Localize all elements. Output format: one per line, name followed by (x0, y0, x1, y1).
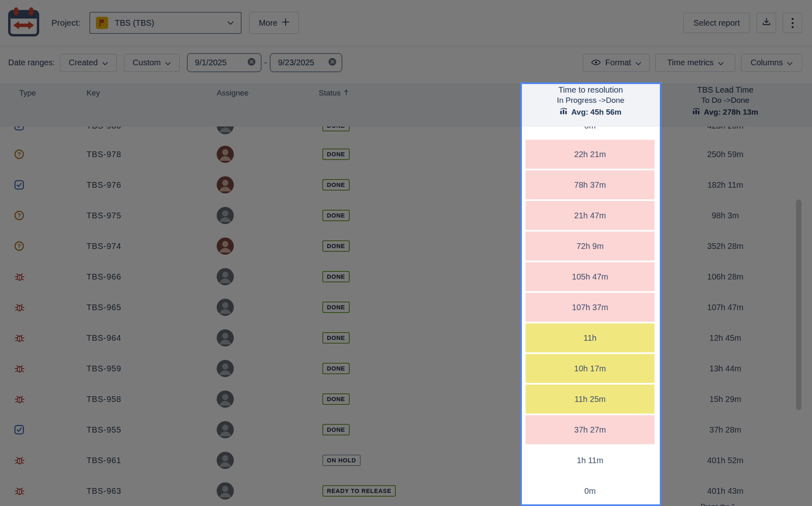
assignee-avatar-person-icon (217, 391, 234, 408)
column-subtitle: In Progress ->Done (521, 96, 660, 105)
assignee-avatar-person-icon (217, 268, 234, 285)
partial-tooltip-text: Press the "... (701, 503, 740, 506)
vertical-scrollbar-thumb[interactable] (796, 200, 801, 410)
bar-chart-trend-icon (692, 108, 700, 117)
table-row[interactable]: ? TBS-975 DONE 21h 47m 98h 3m (0, 200, 812, 231)
table-header: Type Key Assignee Status Time to resolut… (0, 83, 812, 126)
lead-time-column-header[interactable]: TBS Lead Time To Do ->Done Avg: 278h 13m (656, 85, 795, 117)
issue-key: TBS-976 (87, 180, 121, 189)
time-to-resolution-value: 107h 37m (572, 302, 608, 311)
issue-key: TBS-966 (87, 272, 121, 281)
time-to-resolution-cell: 1h 11m (526, 446, 654, 475)
issue-key: TBS-975 (87, 211, 121, 220)
table-row[interactable]: ? TBS-974 DONE 72h 9m 352h 28m (0, 231, 812, 261)
issue-key: TBS-965 (87, 302, 121, 312)
status-badge: ON HOLD (322, 455, 361, 466)
status-badge: DONE (322, 149, 350, 160)
lead-time-value: 37h 28m (656, 425, 795, 434)
status-badge: DONE (322, 210, 350, 221)
column-header-status[interactable]: Status (319, 89, 348, 98)
svg-text:?: ? (18, 151, 21, 157)
assignee-avatar-person-icon (217, 329, 234, 346)
table-row[interactable]: TBS-964 DONE 11h 12h 45m (0, 322, 812, 353)
time-to-resolution-cell: 11h (526, 323, 654, 352)
time-to-resolution-cell: 107h 37m (526, 293, 654, 322)
issue-key: TBS-958 (87, 394, 121, 404)
assignee-avatar-person-icon (217, 482, 234, 499)
status-header-label: Status (319, 89, 341, 98)
column-header-assignee[interactable]: Assignee (217, 89, 248, 98)
assignee-avatar-person-icon (217, 146, 234, 163)
status-badge: DONE (322, 363, 350, 374)
assignee-avatar-person-icon (217, 207, 234, 224)
time-to-resolution-value: 0m (584, 486, 596, 495)
column-header-key[interactable]: Key (87, 89, 100, 98)
issue-key: TBS-955 (87, 425, 121, 434)
table-row[interactable]: TBS-963 READY TO RELEASE 0m 401h 43m (0, 475, 812, 506)
bug-icon (14, 271, 25, 282)
table-row[interactable]: TBS-959 DONE 10h 17m 13h 44m (0, 353, 812, 384)
time-in-status-app: Project: TBS (TBS) More Select report (0, 0, 812, 506)
lead-time-value: 250h 59m (656, 149, 795, 159)
assignee-avatar-person-icon (217, 237, 234, 255)
issue-key: TBS-959 (87, 364, 121, 373)
time-to-resolution-cell: 10h 17m (526, 354, 654, 383)
assignee-avatar-person-icon (217, 299, 234, 316)
status-badge: DONE (322, 240, 350, 252)
time-to-resolution-cell: 21h 47m (526, 201, 654, 230)
bug-icon (14, 332, 25, 344)
assignee-avatar-person-icon (217, 452, 234, 469)
time-to-resolution-cell: 37h 27m (526, 415, 654, 444)
time-to-resolution-value: 11h (583, 333, 597, 342)
assignee-avatar-person-icon (217, 421, 234, 438)
issue-key: TBS-961 (87, 455, 121, 465)
svg-text:?: ? (18, 212, 21, 218)
column-header-type[interactable]: Type (19, 89, 36, 98)
question-icon: ? (14, 210, 25, 221)
time-to-resolution-cell: 22h 21m (526, 140, 654, 169)
column-subtitle: To Do ->Done (656, 96, 795, 105)
status-badge: DONE (322, 271, 350, 282)
time-to-resolution-value: 10h 17m (574, 364, 606, 373)
question-icon: ? (14, 149, 25, 160)
bug-icon (14, 363, 25, 374)
time-to-resolution-value: 78h 37m (574, 180, 606, 189)
time-to-resolution-value: 105h 47m (572, 272, 608, 281)
time-to-resolution-cell: 78h 37m (526, 170, 654, 199)
column-average: Avg: 45h 56m (571, 108, 621, 117)
sort-arrow-up-icon (344, 89, 348, 98)
table-row[interactable]: TBS-958 DONE 11h 25m 15h 29m (0, 384, 812, 414)
issues-table: TBS-980 DONE 0m 423h 20m ? TBS-978 DONE … (0, 0, 812, 506)
lead-time-value: 401h 43m (656, 486, 795, 495)
lead-time-value: 106h 28m (656, 272, 795, 281)
table-row[interactable]: TBS-961 ON HOLD 1h 11m 401h 52m (0, 445, 812, 475)
time-to-resolution-cell: 105h 47m (526, 262, 654, 291)
column-title: TBS Lead Time (656, 85, 795, 95)
time-to-resolution-value: 11h 25m (575, 394, 606, 403)
table-row[interactable]: TBS-966 DONE 105h 47m 106h 28m (0, 261, 812, 292)
status-badge: DONE (322, 179, 350, 191)
time-to-resolution-value: 1h 11m (577, 455, 603, 464)
bug-icon (14, 455, 25, 466)
issue-key: TBS-964 (87, 333, 121, 342)
svg-text:?: ? (18, 242, 21, 249)
status-badge: DONE (322, 393, 350, 405)
lead-time-value: 182h 11m (656, 180, 795, 189)
table-row[interactable]: TBS-955 DONE 37h 27m 37h 28m (0, 414, 812, 445)
column-title: Time to resolution (521, 85, 660, 95)
lead-time-value: 15h 29m (656, 394, 795, 404)
time-to-resolution-column-header[interactable]: Time to resolution In Progress ->Done Av… (521, 85, 660, 117)
assignee-avatar-person-icon (217, 176, 234, 193)
time-to-resolution-cell: 72h 9m (526, 231, 654, 260)
status-badge: DONE (322, 424, 350, 435)
time-to-resolution-value: 22h 21m (574, 149, 606, 158)
question-icon: ? (14, 240, 25, 252)
assignee-avatar-person-icon (217, 360, 234, 377)
lead-time-value: 107h 47m (656, 302, 795, 312)
table-row[interactable]: TBS-976 DONE 78h 37m 182h 11m (0, 169, 812, 200)
time-to-resolution-value: 21h 47m (574, 211, 606, 220)
lead-time-value: 401h 52m (656, 455, 795, 465)
lead-time-value: 352h 28m (656, 241, 795, 251)
table-row[interactable]: TBS-965 DONE 107h 37m 107h 47m (0, 292, 812, 322)
table-row[interactable]: ? TBS-978 DONE 22h 21m 250h 59m (0, 139, 812, 169)
